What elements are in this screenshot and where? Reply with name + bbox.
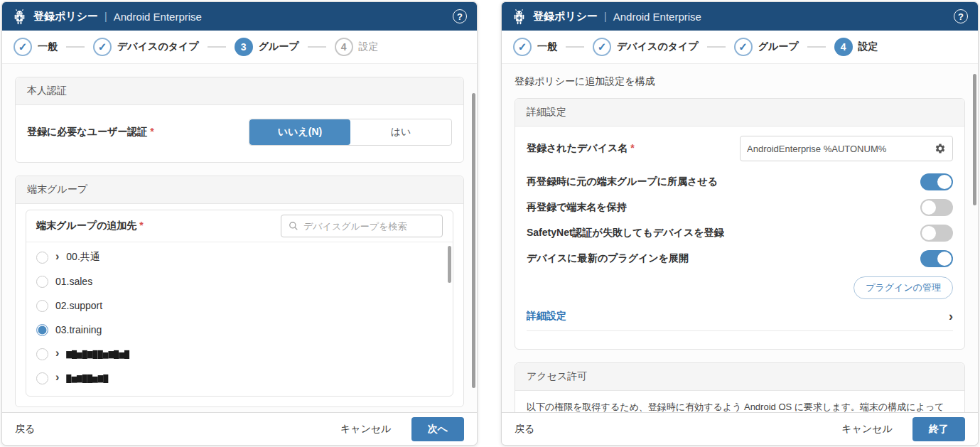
radio-unselected-icon[interactable] — [36, 372, 48, 384]
step-group[interactable]: ✓ グループ — [734, 38, 799, 56]
device-name-input[interactable] — [747, 144, 930, 154]
dialog-scrollbar-thumb[interactable] — [472, 93, 475, 388]
field-label-text: 登録されたデバイス名 — [527, 142, 628, 154]
required-asterisk: * — [630, 142, 634, 154]
dialog-title: 登録ポリシー — [33, 10, 98, 23]
group-item-label: 03.training — [55, 324, 102, 335]
back-button[interactable]: 戻る — [15, 423, 35, 436]
option-no-button[interactable]: いいえ(N) — [249, 119, 350, 145]
device-name-row: 登録されたデバイス名 * — [527, 128, 953, 169]
radio-unselected-icon[interactable] — [36, 348, 48, 360]
title-separator: | — [604, 11, 607, 22]
dialog-header: 登録ポリシー | Android Enterprise ? — [502, 2, 978, 31]
cancel-button[interactable]: キャンセル — [841, 423, 893, 436]
toggle-knob — [922, 200, 936, 215]
advanced-settings-link[interactable]: 詳細設定 — [527, 310, 566, 323]
expand-chevron-icon[interactable]: › — [55, 372, 59, 383]
toggle-knob — [922, 226, 936, 240]
group-search-input[interactable] — [303, 221, 435, 232]
list-scrollbar-thumb[interactable] — [448, 246, 451, 283]
toggle-row-keep-device-name: 再登録で端末名を保持 — [527, 195, 953, 220]
radio-unselected-icon[interactable] — [36, 252, 48, 264]
step-connector — [208, 46, 226, 48]
step-device-type[interactable]: ✓ デバイスのタイプ — [593, 38, 699, 56]
step-number: 4 — [335, 38, 353, 56]
dialog-scrollbar-thumb[interactable] — [973, 74, 976, 205]
toggle-row-rejoin-group: 再登録時に元の端末グループに所属させる — [527, 169, 953, 195]
finish-button[interactable]: 終了 — [912, 417, 965, 441]
step-connector — [707, 46, 726, 48]
step-label: デバイスのタイプ — [117, 41, 199, 53]
android-icon — [12, 9, 27, 25]
group-list-item[interactable]: › █▆▇██▆▇█ — [26, 366, 453, 390]
group-list-item[interactable]: › 00.共通 — [26, 245, 453, 269]
group-list-item-selected[interactable]: 03.training — [26, 318, 453, 342]
group-item-label-redacted: █▆▇██▆▇█ — [66, 375, 108, 382]
step-settings[interactable]: 4 設定 — [335, 38, 379, 56]
section-title: 詳細設定 — [515, 99, 964, 126]
wizard-stepper: ✓ 一般 ✓ デバイスのタイプ 3 グループ 4 設定 — [2, 31, 477, 64]
group-list-item[interactable]: 02.support — [26, 293, 453, 318]
dialog-title: 登録ポリシー — [533, 10, 598, 23]
toggle-label: SafetyNet認証が失敗してもデバイスを登録 — [527, 227, 724, 239]
step-label: 設定 — [858, 41, 878, 53]
device-group-list: › 00.共通 01.sales 02.support — [26, 242, 453, 396]
toggle-on-switch[interactable] — [920, 173, 953, 190]
radio-unselected-icon[interactable] — [36, 300, 48, 312]
step-device-type[interactable]: ✓ デバイスのタイプ — [93, 38, 199, 56]
step-number: 3 — [235, 38, 253, 56]
required-asterisk: * — [150, 126, 154, 137]
expand-chevron-icon[interactable]: › — [55, 348, 59, 359]
cancel-button[interactable]: キャンセル — [340, 423, 392, 436]
radio-selected-icon[interactable] — [36, 324, 48, 336]
device-name-input-box — [740, 136, 953, 161]
group-item-label: 02.support — [55, 300, 102, 311]
toggle-knob — [937, 175, 952, 189]
next-button[interactable]: 次へ — [411, 417, 464, 441]
expand-chevron-icon[interactable]: › — [55, 251, 59, 262]
device-name-label: 登録されたデバイス名 * — [527, 142, 635, 155]
toggle-on-switch[interactable] — [920, 250, 953, 267]
manage-plugins-button[interactable]: プラグインの管理 — [854, 276, 953, 299]
toggle-label: 再登録で端末名を保持 — [527, 201, 627, 214]
toggle-off-switch[interactable] — [920, 225, 953, 242]
step-general[interactable]: ✓ 一般 — [513, 38, 557, 56]
advanced-more-row[interactable]: 詳細設定 › — [527, 301, 953, 331]
step-group[interactable]: 3 グループ — [235, 38, 299, 56]
group-item-label-redacted: ▇█▆█▇██▆▇█▆█ — [66, 350, 129, 358]
gear-icon[interactable] — [935, 143, 946, 154]
dialog-footer: 戻る キャンセル 次へ — [2, 412, 477, 445]
title-separator: | — [104, 11, 107, 22]
dialog-header: 登録ポリシー | Android Enterprise ? — [2, 2, 477, 31]
step-settings[interactable]: 4 設定 — [834, 38, 878, 56]
back-button[interactable]: 戻る — [515, 423, 534, 436]
footer-actions: キャンセル 終了 — [841, 417, 965, 441]
help-icon[interactable]: ? — [954, 9, 968, 23]
toggle-knob — [937, 252, 952, 266]
option-yes-button[interactable]: はい — [350, 119, 451, 145]
dialog-body: 登録ポリシーに追加設定を構成 詳細設定 登録されたデバイス名 * — [502, 64, 978, 442]
chevron-right-icon: › — [949, 310, 953, 323]
group-picker-header: 端末グループの追加先 * — [26, 210, 453, 242]
dialog-subtitle: Android Enterprise — [613, 11, 701, 23]
step-label: デバイスのタイプ — [617, 41, 699, 53]
auth-required-label: 登録に必要なユーザー認証 * — [27, 126, 154, 139]
group-search-box — [281, 215, 443, 237]
auth-required-row: 登録に必要なユーザー認証 * いいえ(N) はい — [16, 105, 463, 162]
group-list-item[interactable]: › ▇█▆█▇██▆▇█▆█ — [26, 342, 453, 366]
step-label: 設定 — [359, 41, 379, 53]
field-label-text: 登録に必要なユーザー認証 — [27, 126, 147, 137]
dialog-body: 本人認証 登録に必要なユーザー認証 * いいえ(N) はい 端末グループ 端末 — [2, 77, 477, 407]
group-list-item[interactable]: 01.sales — [26, 269, 453, 293]
group-target-label: 端末グループの追加先 * — [36, 220, 144, 232]
advanced-settings-body: 登録されたデバイス名 * 再登録時に元の端末グループに所属させる — [515, 126, 964, 349]
step-general[interactable]: ✓ 一般 — [14, 38, 58, 56]
toggle-off-switch[interactable] — [920, 199, 953, 216]
footer-actions: キャンセル 次へ — [340, 417, 464, 441]
enrollment-policy-dialog-settings-step: 登録ポリシー | Android Enterprise ? ✓ 一般 ✓ デバイ… — [501, 1, 979, 446]
device-group-body: 端末グループの追加先 * — [16, 204, 463, 406]
radio-unselected-icon[interactable] — [36, 276, 48, 288]
section-title: 本人認証 — [16, 77, 463, 105]
step-connector — [66, 46, 85, 48]
help-icon[interactable]: ? — [453, 9, 467, 23]
